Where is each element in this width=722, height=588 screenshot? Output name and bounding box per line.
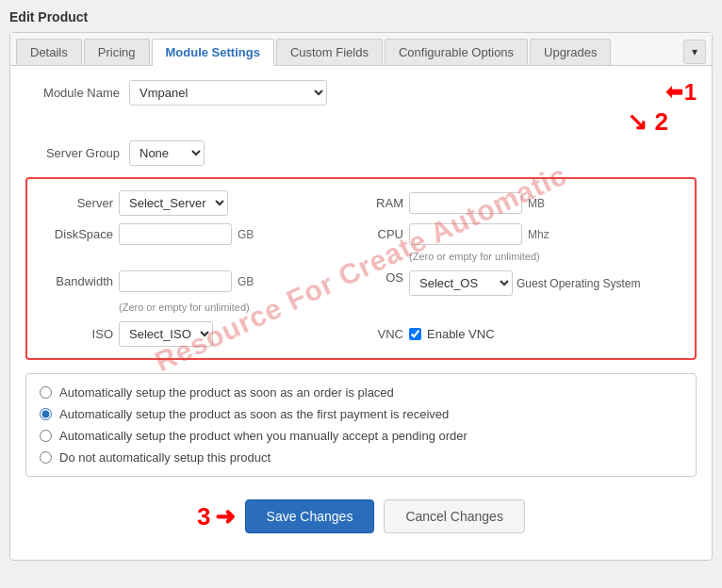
radio-auto-order-label: Automatically setup the product as soon …	[59, 385, 394, 400]
annotation-3-number: 3	[197, 502, 210, 531]
module-name-label: Module Name	[25, 86, 129, 100]
bandwidth-unit: GB	[238, 275, 254, 288]
footer-area: 3 ➜ Save Changes Cancel Changes	[25, 490, 697, 547]
vnc-label: VNC	[366, 327, 403, 341]
ram-unit: MB	[528, 197, 545, 210]
radio-item-auto-order: Automatically setup the product as soon …	[40, 385, 682, 400]
tabs-bar: Details Pricing Module Settings Custom F…	[10, 33, 712, 66]
annotation-1: 1	[684, 79, 697, 106]
vnc-checkbox[interactable]	[409, 328, 421, 340]
radio-auto-order[interactable]	[40, 386, 52, 399]
radio-auto-payment[interactable]	[40, 408, 52, 420]
page-title: Edit Product	[9, 9, 713, 24]
radio-manual-accept[interactable]	[40, 430, 52, 442]
bandwidth-input[interactable]	[119, 270, 232, 292]
bandwidth-label: Bandwidth	[42, 274, 113, 288]
main-container: Details Pricing Module Settings Custom F…	[9, 32, 713, 561]
ram-input[interactable]	[409, 192, 522, 214]
cpu-input[interactable]	[409, 223, 522, 245]
radio-manual-accept-label: Automatically setup the product when you…	[59, 429, 468, 443]
tab-custom-fields[interactable]: Custom Fields	[276, 39, 383, 65]
cpu-hint: (Zero or empty for unlimited)	[409, 251, 540, 262]
diskspace-input[interactable]	[119, 223, 232, 245]
radio-item-no-auto: Do not automatically setup this product	[40, 450, 682, 465]
radio-item-manual-accept: Automatically setup the product when you…	[40, 429, 682, 443]
resource-box: Resource For Create Automatic Server Sel…	[25, 177, 697, 360]
vnc-checkbox-label[interactable]: Enable VNC	[427, 327, 495, 341]
tab-pricing[interactable]: Pricing	[84, 39, 150, 65]
radio-auto-payment-label: Automatically setup the product as soon …	[59, 407, 449, 421]
tab-upgrades[interactable]: Upgrades	[530, 39, 611, 65]
radio-item-auto-payment: Automatically setup the product as soon …	[40, 407, 682, 421]
os-label: OS	[366, 270, 403, 285]
annotation-3-arrow: ➜	[215, 502, 236, 531]
cpu-label: CPU	[366, 227, 403, 241]
content-area: Module Name Vmpanel ⬅ 1 ↘ 2 Server Group…	[10, 66, 712, 560]
cancel-button[interactable]: Cancel Changes	[384, 499, 525, 533]
bandwidth-hint: (Zero or empty for unlimited)	[119, 302, 250, 313]
os-desc: Guest Operating System	[517, 277, 640, 290]
cpu-unit: Mhz	[528, 228, 550, 241]
diskspace-label: DiskSpace	[42, 227, 113, 241]
iso-select[interactable]: Select_ISO	[119, 321, 213, 347]
os-select[interactable]: Select_OS	[409, 270, 513, 296]
radio-no-auto-label: Do not automatically setup this product	[59, 450, 271, 465]
arrow1-icon: ⬅	[665, 80, 682, 105]
tab-module-settings[interactable]: Module Settings	[152, 39, 274, 66]
tab-details[interactable]: Details	[16, 39, 82, 65]
annotation-2-container: ↘ 2	[25, 107, 697, 137]
server-group-label: Server Group	[25, 146, 129, 160]
ram-label: RAM	[366, 196, 403, 210]
diskspace-unit: GB	[238, 228, 254, 241]
annotation-2: ↘ 2	[627, 107, 668, 137]
radio-no-auto[interactable]	[40, 451, 52, 464]
server-group-select[interactable]: None	[129, 140, 205, 166]
annotation-3: 3 ➜	[197, 502, 235, 531]
tab-configurable-options[interactable]: Configurable Options	[385, 39, 528, 65]
tab-more-button[interactable]: ▾	[683, 40, 706, 64]
save-button[interactable]: Save Changes	[245, 499, 375, 533]
server-label: Server	[42, 196, 113, 210]
module-name-select[interactable]: Vmpanel	[129, 80, 327, 106]
iso-label: ISO	[42, 327, 113, 341]
server-select[interactable]: Select_Server	[119, 190, 228, 216]
radio-section: Automatically setup the product as soon …	[25, 373, 697, 477]
